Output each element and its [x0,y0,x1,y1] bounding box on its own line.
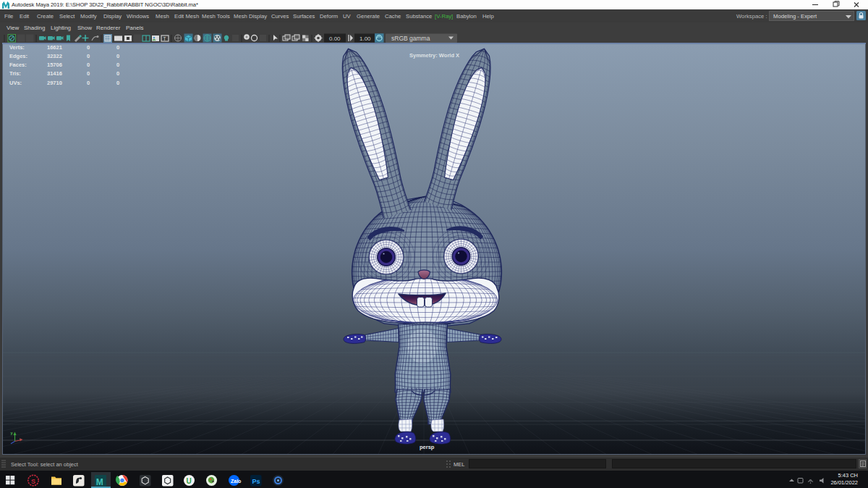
svg-text:Ps: Ps [252,478,260,485]
svg-text:U: U [187,477,192,485]
svg-text:Zalo: Zalo [231,479,241,484]
svg-text:S: S [31,478,35,485]
svg-text:M: M [96,477,103,487]
